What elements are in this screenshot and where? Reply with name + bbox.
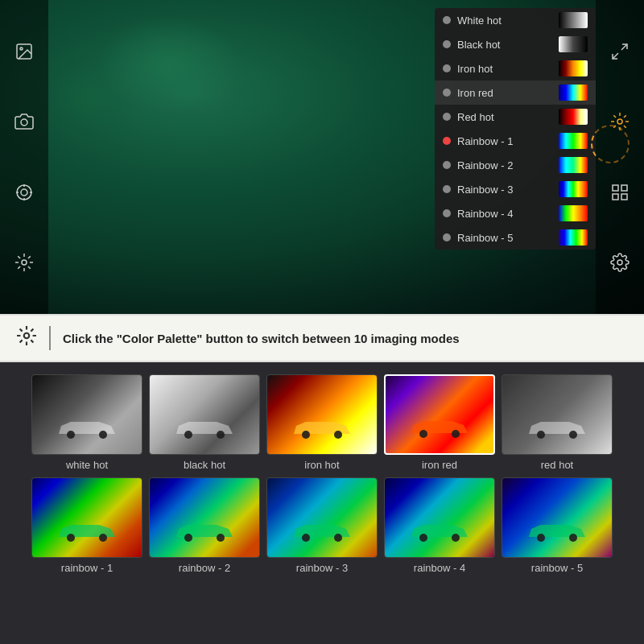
palette-dot-3 (443, 89, 451, 97)
grid-thumb-rainbow-2 (149, 477, 260, 558)
palette-swatch-6 (559, 157, 588, 173)
grid-label-rainbow-1: rainbow - 1 (61, 562, 113, 574)
palette-item-0[interactable]: White hot (435, 8, 596, 32)
car-silhouette-rainbow-1 (55, 517, 119, 545)
fullscreen-icon[interactable] (605, 37, 634, 66)
target-icon[interactable] (10, 178, 39, 207)
svg-point-38 (569, 534, 577, 542)
palette-settings-icon[interactable] (10, 248, 39, 277)
grid-item-rainbow-2[interactable]: rainbow - 2 (149, 477, 260, 574)
thermal-blob-2 (48, 64, 129, 129)
camera-icon[interactable] (10, 107, 39, 136)
palette-label-2: Iron hot (457, 63, 552, 75)
palette-swatch-2 (559, 60, 588, 76)
svg-point-3 (17, 185, 31, 200)
palette-swatch-0 (559, 12, 588, 28)
grid-icon[interactable] (605, 178, 634, 207)
palette-label-9: Rainbow - 5 (457, 232, 552, 244)
palette-item-2[interactable]: Iron hot (435, 56, 596, 80)
palette-label-1: Black hot (457, 39, 552, 51)
grid-thumb-black-hot (149, 374, 260, 455)
palette-item-9[interactable]: Rainbow - 5 (435, 225, 596, 250)
svg-line-10 (621, 44, 627, 50)
color-palette-icon[interactable] (605, 107, 634, 136)
instruction-icon (16, 325, 37, 351)
grid-thumb-iron-red (384, 374, 495, 455)
palette-label-6: Rainbow - 2 (457, 159, 552, 171)
left-sidebar (0, 0, 48, 314)
camera-view: White hotBlack hotIron hotIron redRed ho… (0, 0, 644, 314)
svg-point-32 (217, 534, 225, 542)
svg-rect-15 (613, 194, 618, 200)
palette-swatch-5 (559, 133, 588, 149)
right-sidebar (596, 0, 644, 314)
svg-point-26 (452, 430, 460, 438)
svg-point-20 (99, 431, 107, 439)
palette-item-3[interactable]: Iron red (435, 80, 596, 105)
svg-point-27 (537, 431, 545, 439)
car-silhouette-rainbow-5 (525, 517, 589, 545)
grid-label-rainbow-5: rainbow - 5 (531, 562, 583, 574)
grid-item-iron-hot[interactable]: iron hot (266, 374, 378, 471)
car-silhouette-rainbow-4 (407, 517, 472, 545)
svg-point-18 (24, 333, 30, 339)
palette-swatch-7 (559, 181, 588, 197)
grid-thumb-white-hot (31, 374, 142, 455)
car-silhouette-rainbow-3 (290, 517, 354, 545)
palette-menu: White hotBlack hotIron hotIron redRed ho… (435, 8, 596, 250)
grid-thumb-rainbow-3 (266, 477, 378, 558)
palette-dot-2 (443, 64, 451, 72)
grid-item-rainbow-3[interactable]: rainbow - 3 (266, 477, 378, 574)
svg-point-37 (537, 534, 545, 542)
svg-point-2 (21, 119, 27, 126)
svg-point-17 (617, 260, 622, 265)
grid-label-white-hot: white hot (66, 459, 108, 471)
svg-rect-14 (621, 185, 627, 191)
palette-item-1[interactable]: Black hot (435, 32, 596, 56)
car-silhouette-red-hot (525, 414, 589, 442)
grid-item-black-hot[interactable]: black hot (149, 374, 260, 471)
grid-item-rainbow-5[interactable]: rainbow - 5 (502, 477, 613, 574)
gallery-icon[interactable] (10, 37, 39, 66)
palette-swatch-8 (559, 205, 588, 221)
palette-item-4[interactable]: Red hot (435, 105, 596, 129)
grid-thumb-red-hot (502, 374, 613, 455)
svg-point-21 (184, 431, 192, 439)
grid-item-red-hot[interactable]: red hot (502, 374, 613, 471)
svg-point-33 (302, 534, 310, 542)
svg-point-28 (569, 431, 577, 439)
grid-label-rainbow-3: rainbow - 3 (296, 562, 348, 574)
palette-item-6[interactable]: Rainbow - 2 (435, 153, 596, 177)
palette-swatch-4 (559, 109, 588, 125)
palette-label-5: Rainbow - 1 (457, 135, 552, 147)
svg-rect-16 (621, 194, 627, 200)
car-silhouette-iron-hot (290, 414, 354, 442)
grid-label-iron-hot: iron hot (304, 459, 339, 471)
grid-item-rainbow-4[interactable]: rainbow - 4 (384, 477, 495, 574)
palette-label-4: Red hot (457, 111, 552, 123)
grid-thumb-rainbow-1 (31, 477, 142, 558)
car-silhouette-iron-red (407, 413, 472, 441)
palette-dot-7 (443, 185, 451, 193)
palette-item-5[interactable]: Rainbow - 1 (435, 129, 596, 153)
grid-row-1: white hotblack hotiron hotiron redred ho… (8, 374, 636, 471)
palette-label-8: Rainbow - 4 (457, 208, 552, 220)
palette-dot-9 (443, 233, 451, 242)
grid-label-black-hot: black hot (184, 459, 225, 471)
grid-item-white-hot[interactable]: white hot (31, 374, 142, 471)
settings-icon[interactable] (605, 248, 634, 277)
palette-item-8[interactable]: Rainbow - 4 (435, 201, 596, 225)
svg-point-22 (217, 431, 225, 439)
instruction-text: Click the "Color Palette" button to swit… (63, 332, 460, 345)
palette-item-7[interactable]: Rainbow - 3 (435, 177, 596, 201)
svg-point-31 (184, 534, 192, 542)
grid-label-rainbow-2: rainbow - 2 (179, 562, 230, 574)
palette-label-0: White hot (457, 14, 552, 27)
svg-point-4 (21, 189, 27, 196)
grid-item-iron-red[interactable]: iron red (384, 374, 495, 471)
grid-item-rainbow-1[interactable]: rainbow - 1 (31, 477, 142, 574)
svg-point-36 (452, 534, 460, 542)
svg-point-19 (67, 431, 75, 439)
palette-label-7: Rainbow - 3 (457, 184, 552, 196)
instruction-bar: Click the "Color Palette" button to swit… (0, 314, 644, 362)
